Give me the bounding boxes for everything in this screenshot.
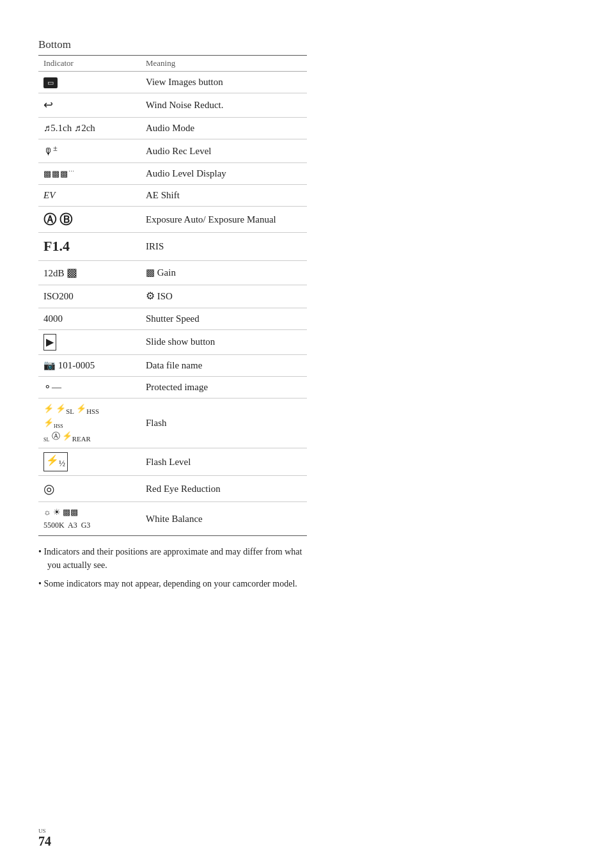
- indicator-cell: 12dB ▩: [38, 260, 141, 285]
- f14-icon: F1.4: [43, 238, 70, 254]
- indicator-cell: ▩▩▩⋯: [38, 163, 141, 185]
- datafile-icon: 📷 101-0005: [43, 360, 95, 370]
- iso-icon: ISO200: [43, 291, 74, 301]
- table-row: Ⓐ Ⓑ Exposure Auto/ Exposure Manual: [38, 207, 307, 233]
- meaning-cell: Exposure Auto/ Exposure Manual: [141, 207, 307, 233]
- meaning-cell: ▩ Gain: [141, 260, 307, 285]
- meaning-cell: Wind Noise Reduct.: [141, 93, 307, 118]
- page-number-block: US 74: [38, 826, 51, 849]
- gain-icon: 12dB ▩: [43, 268, 77, 278]
- table-row: ▭ View Images button: [38, 72, 307, 93]
- indicator-cell: F1.4: [38, 233, 141, 261]
- indicator-cell: ◎: [38, 476, 141, 502]
- protected-icon: ⚬—: [43, 382, 61, 392]
- meaning-cell: Audio Level Display: [141, 163, 307, 185]
- meaning-cell: Audio Mode: [141, 118, 307, 139]
- meaning-cell: Audio Rec Level: [141, 139, 307, 163]
- meaning-cell: Red Eye Reduction: [141, 476, 307, 502]
- meaning-cell: Shutter Speed: [141, 308, 307, 329]
- meaning-cell: ⚙ ISO: [141, 285, 307, 308]
- page: Bottom Indicator Meaning ▭ View Images b…: [0, 0, 610, 647]
- meaning-cell: View Images button: [141, 72, 307, 93]
- table-row: ⚡ ⚡SL ⚡HSS ⚡HSSSL Ⓐ ⚡REAR Flash: [38, 398, 307, 448]
- white-balance-icon: ☼ ☀ ▩▩ 5500K A3 G3: [43, 506, 136, 532]
- table-row: ☼ ☀ ▩▩ 5500K A3 G3 White Balance: [38, 502, 307, 536]
- locale-label: US: [38, 828, 46, 834]
- table-row: 4000 Shutter Speed: [38, 308, 307, 329]
- table-row: ▶ Slide show button: [38, 329, 307, 354]
- indicator-cell: ⚡½: [38, 448, 141, 476]
- indicator-cell: ISO200: [38, 285, 141, 308]
- indicator-cell: 📷 101-0005: [38, 354, 141, 376]
- flash-icon: ⚡ ⚡SL ⚡HSS ⚡HSSSL Ⓐ ⚡REAR: [43, 402, 136, 444]
- table-row: ↩ Wind Noise Reduct.: [38, 93, 307, 118]
- meaning-cell: IRIS: [141, 233, 307, 261]
- indicator-cell: ♬5.1ch ♬2ch: [38, 118, 141, 139]
- meaning-cell: Flash Level: [141, 448, 307, 476]
- table-row: 12dB ▩ ▩ Gain: [38, 260, 307, 285]
- indicator-cell: ☼ ☀ ▩▩ 5500K A3 G3: [38, 502, 141, 536]
- indicator-cell: ⚬—: [38, 376, 141, 398]
- indicator-cell: Ⓐ Ⓑ: [38, 207, 141, 233]
- indicator-cell: 4000: [38, 308, 141, 329]
- indicator-cell: ▶: [38, 329, 141, 354]
- meaning-cell: Slide show button: [141, 329, 307, 354]
- meaning-cell: AE Shift: [141, 185, 307, 207]
- table-row: ▩▩▩⋯ Audio Level Display: [38, 163, 307, 185]
- shutter-icon: 4000: [43, 313, 63, 324]
- table-row: EV AE Shift: [38, 185, 307, 207]
- indicator-cell: 🎙±: [38, 139, 141, 163]
- wind-icon: ↩: [43, 99, 53, 111]
- col-meaning: Meaning: [141, 56, 307, 72]
- section-title: Bottom: [38, 38, 572, 51]
- slideshow-icon: ▶: [43, 334, 56, 351]
- audio-mode-icon: ♬5.1ch ♬2ch: [43, 123, 95, 133]
- indicator-cell: ▭: [38, 72, 141, 93]
- indicator-table: Indicator Meaning ▭ View Images button ↩…: [38, 55, 307, 536]
- view-images-icon: ▭: [43, 77, 58, 88]
- meaning-cell: Data file name: [141, 354, 307, 376]
- flash-level-icon: ⚡½: [43, 452, 68, 471]
- exposure-icon: Ⓐ Ⓑ: [43, 212, 72, 226]
- red-eye-icon: ◎: [43, 482, 54, 496]
- indicator-cell: EV: [38, 185, 141, 207]
- col-indicator: Indicator: [38, 56, 141, 72]
- audio-rec-icon: 🎙±: [43, 146, 58, 157]
- table-row: ◎ Red Eye Reduction: [38, 476, 307, 502]
- meaning-cell: Protected image: [141, 376, 307, 398]
- meaning-cell: White Balance: [141, 502, 307, 536]
- meaning-cell: Flash: [141, 398, 307, 448]
- notes-section: • Indicators and their positions are app…: [38, 545, 307, 590]
- note-1: • Indicators and their positions are app…: [38, 545, 307, 572]
- table-row: 📷 101-0005 Data file name: [38, 354, 307, 376]
- indicator-cell: ⚡ ⚡SL ⚡HSS ⚡HSSSL Ⓐ ⚡REAR: [38, 398, 141, 448]
- table-row: ISO200 ⚙ ISO: [38, 285, 307, 308]
- indicator-cell: ↩: [38, 93, 141, 118]
- note-2: • Some indicators may not appear, depend…: [38, 577, 307, 590]
- table-row: 🎙± Audio Rec Level: [38, 139, 307, 163]
- table-row: ⚡½ Flash Level: [38, 448, 307, 476]
- table-row: ♬5.1ch ♬2ch Audio Mode: [38, 118, 307, 139]
- table-row: F1.4 IRIS: [38, 233, 307, 261]
- page-number: 74: [38, 834, 51, 849]
- audio-level-icon: ▩▩▩⋯: [43, 169, 75, 178]
- table-row: ⚬— Protected image: [38, 376, 307, 398]
- ev-icon: EV: [43, 190, 55, 200]
